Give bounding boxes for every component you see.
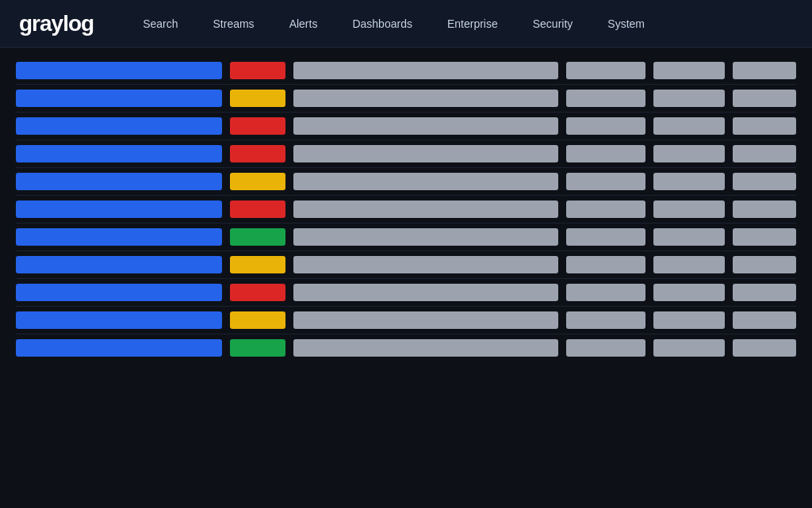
- stream-short-bar: [653, 256, 725, 273]
- stream-short-bar: [653, 339, 725, 357]
- table-row[interactable]: [16, 307, 796, 334]
- table-row[interactable]: [16, 168, 796, 196]
- stream-name-bar: [16, 256, 222, 273]
- stream-name-bar: [16, 339, 222, 357]
- nav-item-streams[interactable]: Streams: [196, 0, 272, 48]
- navbar: graylog SearchStreamsAlertsDashboardsEnt…: [0, 0, 812, 48]
- stream-short-bar: [653, 201, 725, 218]
- nav-links: SearchStreamsAlertsDashboardsEnterpriseS…: [125, 0, 662, 48]
- table-row[interactable]: [16, 334, 796, 361]
- nav-item-security[interactable]: Security: [515, 0, 591, 48]
- stream-mid-bar: [566, 62, 645, 79]
- stream-xshort-bar: [733, 284, 796, 301]
- stream-mid-bar: [566, 228, 645, 246]
- stream-short-bar: [653, 311, 725, 329]
- nav-item-alerts[interactable]: Alerts: [272, 0, 335, 48]
- stream-description-bar: [293, 311, 558, 329]
- status-badge: [230, 201, 285, 218]
- nav-item-dashboards[interactable]: Dashboards: [335, 0, 430, 48]
- stream-mid-bar: [566, 339, 645, 357]
- stream-name-bar: [16, 90, 222, 107]
- table-row[interactable]: [16, 57, 796, 85]
- stream-mid-bar: [566, 145, 645, 162]
- stream-name-bar: [16, 173, 222, 190]
- stream-mid-bar: [566, 284, 645, 301]
- stream-mid-bar: [566, 117, 645, 135]
- stream-name-bar: [16, 62, 222, 79]
- stream-description-bar: [293, 173, 558, 190]
- status-badge: [230, 339, 285, 357]
- stream-xshort-bar: [733, 201, 796, 218]
- table-row[interactable]: [16, 85, 796, 113]
- stream-xshort-bar: [733, 311, 796, 329]
- stream-short-bar: [653, 145, 725, 162]
- stream-xshort-bar: [733, 256, 796, 273]
- main-content: [0, 48, 812, 508]
- stream-xshort-bar: [733, 228, 796, 246]
- status-badge: [230, 117, 285, 135]
- stream-xshort-bar: [733, 173, 796, 190]
- stream-description-bar: [293, 284, 558, 301]
- nav-item-system[interactable]: System: [590, 0, 662, 48]
- status-badge: [230, 284, 285, 301]
- status-badge: [230, 256, 285, 273]
- stream-short-bar: [653, 117, 725, 135]
- stream-mid-bar: [566, 256, 645, 273]
- stream-name-bar: [16, 201, 222, 218]
- stream-description-bar: [293, 256, 558, 273]
- stream-short-bar: [653, 228, 725, 246]
- table-row[interactable]: [16, 251, 796, 279]
- logo-text: graylog: [19, 11, 94, 36]
- table-row[interactable]: [16, 196, 796, 223]
- stream-xshort-bar: [733, 145, 796, 162]
- nav-item-search[interactable]: Search: [125, 0, 195, 48]
- status-badge: [230, 145, 285, 162]
- stream-name-bar: [16, 145, 222, 162]
- stream-description-bar: [293, 62, 558, 79]
- stream-name-bar: [16, 117, 222, 135]
- stream-xshort-bar: [733, 62, 796, 79]
- table-row[interactable]: [16, 113, 796, 140]
- stream-description-bar: [293, 90, 558, 107]
- status-badge: [230, 311, 285, 329]
- stream-short-bar: [653, 90, 725, 107]
- table-row[interactable]: [16, 223, 796, 251]
- stream-short-bar: [653, 62, 725, 79]
- stream-name-bar: [16, 311, 222, 329]
- stream-short-bar: [653, 284, 725, 301]
- stream-mid-bar: [566, 90, 645, 107]
- streams-table: [16, 57, 796, 361]
- table-row[interactable]: [16, 279, 796, 307]
- nav-item-enterprise[interactable]: Enterprise: [430, 0, 515, 48]
- stream-short-bar: [653, 173, 725, 190]
- status-badge: [230, 62, 285, 79]
- stream-name-bar: [16, 284, 222, 301]
- stream-description-bar: [293, 117, 558, 135]
- stream-description-bar: [293, 228, 558, 246]
- logo: graylog: [19, 11, 94, 36]
- stream-xshort-bar: [733, 90, 796, 107]
- stream-xshort-bar: [733, 117, 796, 135]
- status-badge: [230, 90, 285, 107]
- stream-mid-bar: [566, 201, 645, 218]
- table-row[interactable]: [16, 140, 796, 168]
- stream-name-bar: [16, 228, 222, 246]
- stream-mid-bar: [566, 173, 645, 190]
- status-badge: [230, 228, 285, 246]
- stream-description-bar: [293, 201, 558, 218]
- status-badge: [230, 173, 285, 190]
- stream-description-bar: [293, 339, 558, 357]
- stream-description-bar: [293, 145, 558, 162]
- stream-xshort-bar: [733, 339, 796, 357]
- stream-mid-bar: [566, 311, 645, 329]
